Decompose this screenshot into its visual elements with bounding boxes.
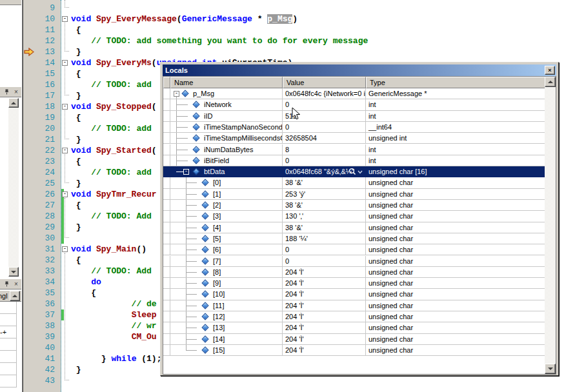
grid-row[interactable] <box>0 363 17 375</box>
close-button[interactable]: × <box>545 66 555 75</box>
type-cell[interactable]: unsigned char <box>366 322 547 333</box>
outline-collapse-box[interactable]: - <box>62 246 68 252</box>
type-cell[interactable]: int <box>366 99 547 110</box>
type-cell[interactable]: unsigned char <box>366 256 547 267</box>
value-cell[interactable]: 204 'Ì' <box>283 289 366 300</box>
name-cell[interactable]: [4] <box>170 222 283 233</box>
pin-icon[interactable] <box>3 88 10 96</box>
toolwindow-c-titlebar[interactable]: × <box>0 279 21 289</box>
code-line[interactable]: 9 <box>23 3 575 14</box>
name-cell[interactable]: [10] <box>170 289 283 300</box>
value-cell[interactable]: 253 'ý' <box>283 189 366 200</box>
name-cell[interactable]: [1] <box>170 189 283 200</box>
value-cell[interactable]: 0 <box>283 155 366 166</box>
column-header-name[interactable]: Name <box>170 77 283 88</box>
code-line[interactable]: 12 // TODO: add something you want to do… <box>23 35 575 46</box>
type-cell[interactable]: unsigned char <box>366 233 547 244</box>
value-cell[interactable]: 38 '&' <box>283 177 366 188</box>
locals-row[interactable]: [0]38 '&'unsigned char <box>163 177 547 188</box>
grid-column-header[interactable]: ngl <box>0 291 21 302</box>
locals-row[interactable]: [12]204 'Ì'unsigned char <box>163 311 547 322</box>
name-cell[interactable]: [13] <box>170 322 283 333</box>
left-panel-scrollbar[interactable] <box>8 98 19 277</box>
scrollbar-track[interactable] <box>545 77 556 374</box>
type-cell[interactable]: GenericMessage * <box>366 88 547 99</box>
locals-row[interactable]: [4]38 '&'unsigned char <box>163 222 547 233</box>
scroll-down-button[interactable] <box>8 267 19 277</box>
locals-row[interactable]: [6]0unsigned char <box>163 244 547 255</box>
locals-row[interactable]: [5]188 '¼'unsigned char <box>163 233 547 244</box>
name-cell[interactable]: iTimeStampMillisecondsOS <box>170 133 283 144</box>
close-icon[interactable]: × <box>12 280 20 288</box>
locals-row[interactable]: iNumDataBytes8int <box>163 144 547 155</box>
type-cell[interactable]: __int64 <box>366 122 547 133</box>
type-cell[interactable]: unsigned char <box>366 177 547 188</box>
type-cell[interactable]: unsigned char <box>366 200 547 211</box>
name-cell[interactable]: iNumDataBytes <box>170 144 283 155</box>
locals-row[interactable]: [11]204 'Ì'unsigned char <box>163 300 547 311</box>
name-cell[interactable]: -p_Msg <box>170 88 283 99</box>
locals-row[interactable]: [3]130 '‚'unsigned char <box>163 211 547 222</box>
name-cell[interactable]: [14] <box>170 334 283 345</box>
name-cell[interactable]: iTimeStampNanoSecondsHW <box>170 122 283 133</box>
pin-icon[interactable] <box>3 280 10 288</box>
value-cell[interactable]: 204 'Ì' <box>283 267 366 278</box>
value-cell[interactable]: 204 'Ì' <box>283 322 366 333</box>
type-cell[interactable]: int <box>366 155 547 166</box>
visualizer-magnifier-icon[interactable] <box>348 168 363 177</box>
type-cell[interactable]: unsigned char [16] <box>366 166 547 177</box>
value-cell[interactable]: 0 <box>283 244 366 255</box>
value-cell[interactable]: 130 '‚' <box>283 211 366 222</box>
name-cell[interactable]: iNetwork <box>170 99 283 110</box>
type-cell[interactable]: unsigned char <box>366 244 547 255</box>
locals-row[interactable]: [2]38 '&'unsigned char <box>163 200 547 211</box>
value-cell[interactable]: 204 'Ì' <box>283 278 366 289</box>
scroll-up-button[interactable] <box>10 291 20 301</box>
locals-row[interactable]: -btData0x0648fc68 "&ý&‚&¼"unsigned char … <box>163 166 547 177</box>
name-cell[interactable]: [11] <box>170 300 283 311</box>
name-cell[interactable]: [0] <box>170 177 283 188</box>
type-cell[interactable]: unsigned char <box>366 222 547 233</box>
type-cell[interactable]: unsigned char <box>366 345 547 356</box>
outline-collapse-box[interactable]: - <box>62 191 68 197</box>
outline-collapse-box[interactable]: - <box>62 60 68 66</box>
grid-row[interactable] <box>0 338 17 351</box>
locals-scrollbar[interactable] <box>545 77 556 374</box>
type-cell[interactable]: unsigned char <box>366 300 547 311</box>
locals-row[interactable]: iNetwork0int <box>163 99 547 110</box>
locals-row[interactable]: -p_Msg0x0648fc4c {iNetwork=0 iID=5Generi… <box>163 88 547 99</box>
value-cell[interactable]: 204 'Ì' <box>283 345 366 356</box>
tree-expand-box[interactable]: - <box>183 169 189 175</box>
type-cell[interactable]: unsigned int <box>366 133 547 144</box>
grid-row[interactable] <box>0 302 17 314</box>
name-cell[interactable]: [12] <box>170 311 283 322</box>
name-cell[interactable]: [15] <box>170 345 283 356</box>
locals-row[interactable]: [9]204 'Ì'unsigned char <box>163 278 547 289</box>
grid-row[interactable] <box>0 314 17 326</box>
locals-row[interactable]: iBitField0int <box>163 155 547 166</box>
column-header-value[interactable]: Value <box>283 77 366 88</box>
code-line[interactable]: 10-void Spy_EveryMessage(GenericMessage … <box>23 14 575 24</box>
close-icon[interactable]: × <box>12 88 20 96</box>
locals-row[interactable]: [13]204 'Ì'unsigned char <box>163 322 547 333</box>
name-cell[interactable]: [9] <box>170 278 283 289</box>
value-cell[interactable]: 8 <box>283 144 366 155</box>
code-line[interactable]: 11 { <box>23 24 575 35</box>
grid-row[interactable] <box>0 375 17 387</box>
locals-row[interactable]: [7]0unsigned char <box>163 256 547 267</box>
toolwindow-b-titlebar[interactable]: × <box>0 86 21 97</box>
locals-row[interactable]: [15]204 'Ì'unsigned char <box>163 345 547 356</box>
name-cell[interactable]: iBitField <box>170 155 283 166</box>
scroll-up-button[interactable] <box>545 77 556 87</box>
scroll-down-button[interactable] <box>545 364 556 374</box>
locals-row[interactable]: iTimeStampMillisecondsOS32658504unsigned… <box>163 133 547 144</box>
code-line[interactable]: 13 } <box>23 46 575 57</box>
name-cell[interactable]: [6] <box>170 244 283 255</box>
value-cell[interactable]: 0x0648fc4c {iNetwork=0 iID=5 <box>283 88 366 99</box>
type-cell[interactable]: int <box>366 144 547 155</box>
locals-row[interactable]: [8]204 'Ì'unsigned char <box>163 267 547 278</box>
grid-row[interactable] <box>0 351 17 363</box>
name-cell[interactable]: -btData <box>170 166 283 177</box>
value-cell[interactable]: 32658504 <box>283 133 366 144</box>
type-cell[interactable]: unsigned char <box>366 334 547 345</box>
